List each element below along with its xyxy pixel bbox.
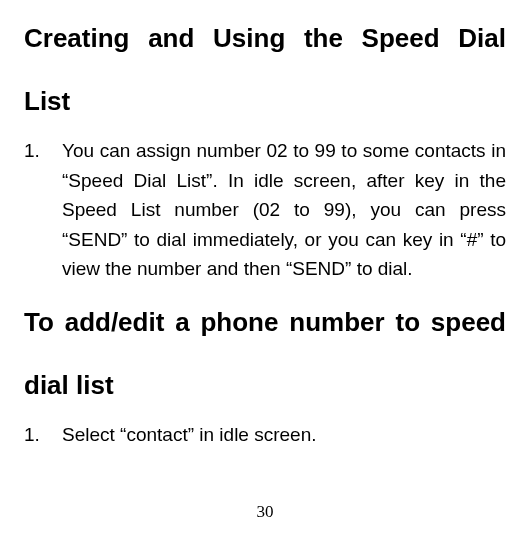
list-item: 1. You can assign number 02 to 99 to som… — [24, 136, 506, 283]
section-heading-1-line2: List — [24, 73, 506, 130]
section-heading-2-line1: To add/edit a phone number to speed — [24, 294, 506, 351]
list-item: 1. Select “contact” in idle screen. — [24, 420, 506, 449]
list-item-text: You can assign number 02 to 99 to some c… — [62, 136, 506, 283]
page-number: 30 — [0, 502, 530, 522]
list-item-number: 1. — [24, 136, 62, 283]
list-item-text: Select “contact” in idle screen. — [62, 420, 506, 449]
document-page: Creating and Using the Speed Dial List 1… — [0, 0, 530, 534]
section-heading-2-line2: dial list — [24, 357, 506, 414]
ordered-list-1: 1. You can assign number 02 to 99 to som… — [24, 136, 506, 283]
section-heading-1-line1: Creating and Using the Speed Dial — [24, 10, 506, 67]
list-item-number: 1. — [24, 420, 62, 449]
ordered-list-2: 1. Select “contact” in idle screen. — [24, 420, 506, 449]
